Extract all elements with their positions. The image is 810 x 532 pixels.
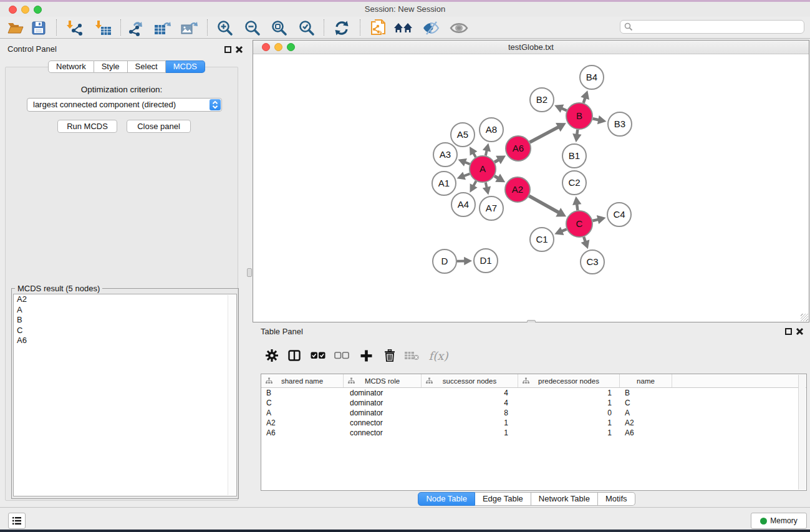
- vertical-splitter-handle[interactable]: [247, 268, 252, 277]
- table-cell[interactable]: 4: [422, 398, 518, 408]
- graph-node-A5[interactable]: A5: [451, 123, 475, 147]
- graph-node-A1[interactable]: A1: [432, 172, 456, 195]
- mcds-result-list[interactable]: A2ABCA6: [13, 294, 237, 496]
- zoom-in-icon[interactable]: [215, 19, 236, 37]
- table-row[interactable]: Adominator80A: [261, 408, 806, 418]
- table-cell[interactable]: A6: [261, 428, 344, 438]
- graph-node-A4[interactable]: A4: [451, 193, 475, 216]
- column-header-successor-nodes[interactable]: successor nodes: [422, 374, 518, 387]
- tab-select[interactable]: Select: [128, 60, 166, 73]
- graph-node-A[interactable]: A: [470, 156, 496, 182]
- settings-gear-icon[interactable]: [263, 346, 281, 365]
- graph-node-A7[interactable]: A7: [480, 196, 503, 220]
- edge-A-A3[interactable]: [458, 158, 470, 167]
- maximize-window-button[interactable]: [34, 6, 42, 14]
- tab-network[interactable]: Network: [48, 60, 94, 73]
- table-cell[interactable]: C: [261, 398, 344, 408]
- export-image-icon[interactable]: [179, 19, 200, 37]
- table-cell[interactable]: A2: [261, 418, 344, 428]
- table-cell[interactable]: 4: [422, 388, 518, 398]
- edge-B-B1[interactable]: [572, 130, 581, 142]
- table-cell[interactable]: 1: [422, 418, 518, 428]
- close-panel-button[interactable]: Close panel: [127, 120, 191, 133]
- table-cell[interactable]: 8: [422, 408, 518, 418]
- birdseye-view-icon[interactable]: [448, 19, 470, 37]
- table-cell[interactable]: 1: [518, 428, 620, 438]
- edge-A2-C[interactable]: [529, 196, 566, 216]
- refresh-layout-icon[interactable]: [331, 19, 352, 37]
- zoom-selected-icon[interactable]: [296, 19, 317, 37]
- close-table-panel-icon[interactable]: [796, 327, 804, 336]
- column-header-shared-name[interactable]: shared name: [261, 374, 344, 387]
- edge-B-B2[interactable]: [554, 104, 567, 112]
- table-cell[interactable]: dominator: [344, 388, 422, 398]
- optimization-criterion-select[interactable]: largest connected component (directed): [27, 98, 222, 112]
- table-cell[interactable]: 1: [518, 398, 620, 408]
- zoom-fit-icon[interactable]: [269, 19, 290, 37]
- table-row[interactable]: A2connector11A2: [261, 418, 806, 428]
- edge-D-D1[interactable]: [457, 257, 472, 266]
- mcds-result-item[interactable]: A2: [14, 294, 236, 305]
- close-window-button[interactable]: [9, 6, 17, 14]
- edge-A6-B[interactable]: [530, 123, 566, 142]
- task-history-button[interactable]: [8, 513, 26, 529]
- edge-C-C4[interactable]: [592, 215, 605, 224]
- graph-node-B1[interactable]: B1: [562, 144, 586, 168]
- import-table-icon[interactable]: [93, 19, 114, 37]
- column-header-MCDS-role[interactable]: MCDS role: [344, 374, 422, 387]
- window-resize-handle[interactable]: [801, 314, 808, 321]
- network-maximize-button[interactable]: [287, 43, 295, 51]
- graph-node-A2[interactable]: A2: [505, 177, 530, 202]
- table-cell[interactable]: connector: [344, 428, 422, 438]
- table-row[interactable]: Cdominator41C: [261, 398, 806, 408]
- network-file-icon[interactable]: [368, 19, 389, 37]
- network-canvas[interactable]: B4B2BB3A8A5A6A3B1AA1C2A2A4A7C4CC1C3DD1: [254, 55, 808, 322]
- import-network-icon[interactable]: [64, 19, 85, 37]
- save-session-icon[interactable]: [28, 19, 49, 37]
- tab-node-table[interactable]: Node Table: [418, 492, 475, 506]
- delete-table-icon[interactable]: [402, 346, 421, 365]
- column-header-name[interactable]: name: [620, 374, 672, 387]
- table-cell[interactable]: A6: [620, 428, 672, 438]
- graph-node-D[interactable]: D: [433, 249, 456, 273]
- select-all-checkboxes-icon[interactable]: [309, 346, 327, 365]
- show-columns-icon[interactable]: [285, 346, 304, 365]
- graph-node-A3[interactable]: A3: [433, 143, 457, 167]
- mcds-result-item[interactable]: A6: [14, 336, 236, 346]
- edge-B-B3[interactable]: [593, 115, 607, 124]
- edge-A-A4[interactable]: [470, 181, 478, 192]
- table-cell[interactable]: B: [620, 388, 672, 398]
- memory-button[interactable]: Memory: [751, 513, 807, 529]
- table-scrollbar[interactable]: [798, 375, 806, 490]
- network-window-titlebar[interactable]: testGlobe.txt: [253, 41, 809, 54]
- home-icon[interactable]: [393, 19, 414, 37]
- graph-node-A8[interactable]: A8: [480, 118, 503, 142]
- export-network-icon[interactable]: [125, 19, 147, 37]
- graph-node-B4[interactable]: B4: [580, 65, 604, 89]
- edge-A-A6[interactable]: [494, 156, 506, 165]
- table-cell[interactable]: connector: [344, 418, 422, 428]
- table-cell[interactable]: 1: [422, 428, 518, 438]
- table-row[interactable]: A6connector11A6: [261, 428, 806, 438]
- table-cell[interactable]: dominator: [344, 408, 422, 418]
- edge-A-A1[interactable]: [457, 172, 470, 180]
- edge-A-A2[interactable]: [494, 174, 505, 183]
- graph-node-B3[interactable]: B3: [608, 112, 632, 136]
- edge-C-C3[interactable]: [581, 237, 590, 249]
- column-header-predecessor-nodes[interactable]: predecessor nodes: [518, 374, 620, 387]
- deselect-all-checkboxes-icon[interactable]: [332, 346, 351, 365]
- mcds-result-item[interactable]: A: [14, 305, 236, 316]
- table-cell[interactable]: C: [620, 398, 672, 408]
- mcds-result-item[interactable]: B: [14, 315, 236, 326]
- network-minimize-button[interactable]: [274, 43, 282, 51]
- graph-node-B2[interactable]: B2: [530, 88, 554, 112]
- table-cell[interactable]: 0: [518, 408, 620, 418]
- mcds-result-item[interactable]: C: [14, 326, 236, 336]
- table-cell[interactable]: 1: [518, 388, 620, 398]
- graph-node-C4[interactable]: C4: [607, 203, 631, 226]
- add-entry-icon[interactable]: [357, 346, 375, 365]
- edge-C-C2[interactable]: [572, 196, 581, 210]
- search-field[interactable]: [620, 20, 804, 34]
- close-panel-icon[interactable]: [235, 46, 243, 54]
- run-mcds-button[interactable]: Run MCDS: [57, 120, 117, 133]
